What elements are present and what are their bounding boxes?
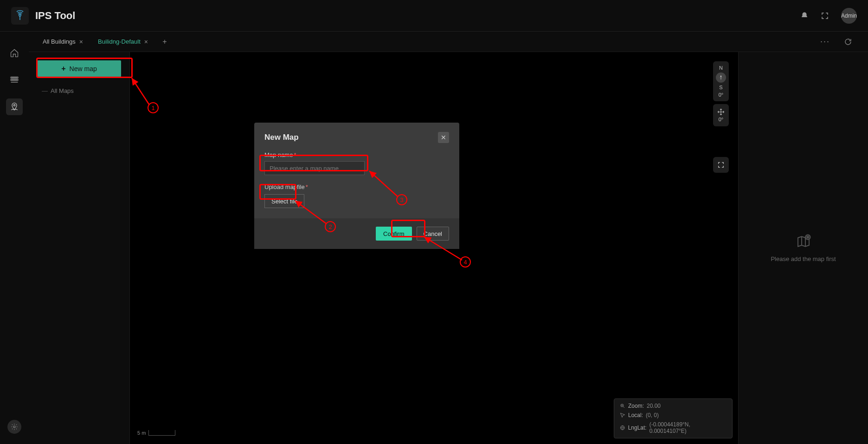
required-mark: * <box>294 151 296 158</box>
tab-building-default[interactable]: Builidng-Default × <box>91 34 154 49</box>
zoom-icon <box>620 403 625 409</box>
refresh-icon[interactable] <box>844 38 852 46</box>
modal-body: Map name* Upload mapfile* Select file <box>254 151 459 218</box>
info-local: Local: (0, 0) <box>620 412 727 418</box>
nav-maps[interactable] <box>6 98 23 115</box>
map-name-label: Map name* <box>264 151 449 158</box>
map-missing-icon <box>796 234 811 249</box>
tabs-row: All Buildings × Builidng-Default × + ··· <box>29 32 868 52</box>
lnglat-key: LngLat: <box>628 424 647 431</box>
pan-control[interactable]: 0° <box>713 104 729 126</box>
upload-mapfile-label: Upload mapfile* <box>264 183 449 190</box>
compass-north: N <box>719 65 723 71</box>
modal-close-button[interactable]: ✕ <box>438 132 449 143</box>
all-maps-header: — All Maps <box>37 87 121 94</box>
tab-label: All Buildings <box>43 38 76 45</box>
svg-point-3 <box>13 426 15 428</box>
nav-layers[interactable] <box>6 72 23 88</box>
map-info-panel: Zoom: 20.00 Local: (0, 0) LngLat: (-0.00… <box>614 398 733 438</box>
compass-south: S <box>719 85 722 90</box>
globe-icon <box>620 425 625 431</box>
antenna-icon <box>14 10 26 21</box>
zoom-key: Zoom: <box>628 403 644 409</box>
tabs-right-controls: ··· <box>820 37 868 46</box>
modal-header: New Map ✕ <box>254 123 459 150</box>
scale-bar: 5 m <box>137 430 175 436</box>
cancel-button[interactable]: Cancel <box>417 227 449 241</box>
zoom-val: 20.00 <box>647 403 661 409</box>
new-map-label: New map <box>70 65 97 72</box>
upload-label-text: Upload mapfile <box>264 183 305 190</box>
local-key: Local: <box>628 412 643 418</box>
select-file-button[interactable]: Select file <box>264 194 304 208</box>
map-name-input[interactable] <box>264 161 365 175</box>
expand-icon <box>717 161 725 169</box>
cursor-icon <box>620 412 625 418</box>
expand-control[interactable] <box>713 157 729 173</box>
local-val: (0, 0) <box>646 412 659 418</box>
compass-icon <box>716 72 726 83</box>
move-icon <box>717 108 725 116</box>
close-icon[interactable]: × <box>79 38 83 46</box>
app-title: IPS Tool <box>35 10 75 22</box>
map-list-panel: + New map — All Maps <box>29 52 130 444</box>
gear-icon <box>11 423 18 431</box>
compass-control[interactable]: N S 0° <box>713 61 729 101</box>
svg-point-2 <box>13 104 15 106</box>
dash-icon: — <box>42 87 48 94</box>
modal-footer: Confirm Cancel <box>254 218 459 249</box>
app-logo <box>11 7 29 25</box>
new-map-modal: New Map ✕ Map name* Upload mapfile* Sele… <box>254 123 459 249</box>
inspector-panel: Please add the map first <box>738 52 868 444</box>
compass-degrees: 0° <box>719 92 724 98</box>
top-bar-right: Admin <box>800 8 857 24</box>
settings-button[interactable] <box>7 420 21 434</box>
inspector-empty-text: Please add the map first <box>771 255 836 262</box>
new-map-button[interactable]: + New map <box>37 60 121 77</box>
left-nav-rail <box>0 32 29 444</box>
close-icon[interactable]: × <box>144 38 148 46</box>
fullscreen-icon[interactable] <box>821 12 829 20</box>
all-maps-text: All Maps <box>51 87 74 94</box>
confirm-button[interactable]: Confirm <box>376 227 412 241</box>
scale-label: 5 m <box>137 430 146 436</box>
close-icon: ✕ <box>441 134 446 141</box>
scale-track <box>148 430 175 436</box>
modal-title: New Map <box>264 133 299 142</box>
map-name-label-text: Map name <box>264 151 293 158</box>
notifications-icon[interactable] <box>800 12 809 20</box>
tab-all-buildings[interactable]: All Buildings × <box>36 34 90 49</box>
user-avatar[interactable]: Admin <box>841 8 857 24</box>
top-bar: IPS Tool Admin <box>0 0 868 32</box>
plus-icon: + <box>61 65 65 73</box>
add-tab-button[interactable]: + <box>158 35 171 48</box>
required-mark: * <box>306 183 308 190</box>
nav-bottom <box>7 420 21 434</box>
pan-degrees: 0° <box>719 117 724 122</box>
info-zoom: Zoom: 20.00 <box>620 403 727 409</box>
more-icon[interactable]: ··· <box>820 37 830 46</box>
info-lnglat: LngLat: (-0.00044189°N, 0.00014107°E) <box>620 421 727 434</box>
map-controls: N S 0° 0° <box>713 61 729 173</box>
nav-home[interactable] <box>6 45 23 61</box>
tab-label: Builidng-Default <box>98 38 141 45</box>
lnglat-val: (-0.00044189°N, 0.00014107°E) <box>649 421 727 434</box>
